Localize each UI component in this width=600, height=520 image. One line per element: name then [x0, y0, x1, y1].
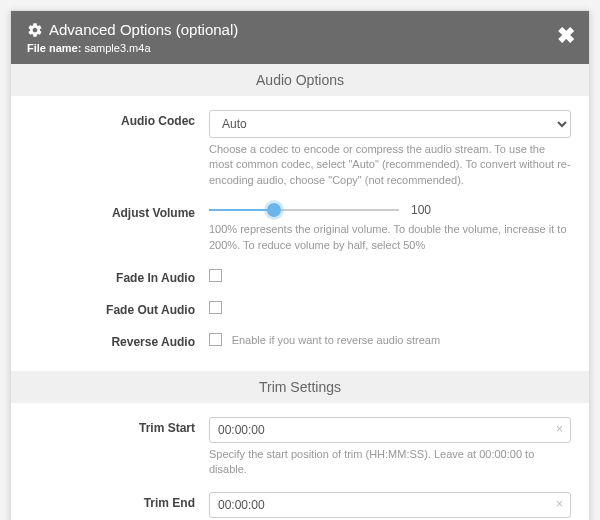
volume-slider[interactable] — [209, 202, 399, 218]
fade-in-checkbox[interactable] — [209, 269, 222, 282]
file-name-value: sample3.m4a — [84, 42, 150, 54]
audio-codec-label: Audio Codec — [29, 110, 209, 188]
volume-value: 100 — [411, 203, 441, 217]
fade-out-checkbox[interactable] — [209, 301, 222, 314]
clear-icon[interactable]: × — [556, 422, 563, 436]
audio-codec-help: Choose a codec to encode or compress the… — [209, 142, 571, 188]
trim-start-label: Trim Start — [29, 417, 209, 478]
file-name-line: File name: sample3.m4a — [27, 42, 573, 54]
volume-help: 100% represents the original volume. To … — [209, 222, 571, 253]
fade-out-label: Fade Out Audio — [29, 299, 209, 317]
reverse-audio-checkbox[interactable] — [209, 333, 222, 346]
trim-settings-heading: Trim Settings — [11, 371, 589, 403]
reverse-audio-label: Reverse Audio — [29, 331, 209, 349]
reverse-audio-help: Enable if you want to reverse audio stre… — [232, 334, 441, 346]
trim-start-help: Specify the start position of trim (HH:M… — [209, 447, 571, 478]
audio-options-heading: Audio Options — [11, 64, 589, 96]
fade-in-label: Fade In Audio — [29, 267, 209, 285]
modal-header: Advanced Options (optional) File name: s… — [11, 11, 589, 64]
clear-icon[interactable]: × — [556, 497, 563, 511]
trim-settings-section: Trim Start × Specify the start position … — [11, 403, 589, 520]
trim-start-input[interactable] — [209, 417, 571, 443]
adjust-volume-label: Adjust Volume — [29, 202, 209, 253]
modal-title: Advanced Options (optional) — [49, 21, 238, 38]
slider-thumb[interactable] — [267, 203, 281, 217]
trim-end-label: Trim End — [29, 492, 209, 520]
advanced-options-modal: Advanced Options (optional) File name: s… — [10, 10, 590, 520]
gear-icon — [27, 22, 43, 38]
file-name-label: File name: — [27, 42, 81, 54]
close-icon[interactable]: ✖ — [557, 25, 575, 47]
audio-options-section: Audio Codec Auto Choose a codec to encod… — [11, 96, 589, 371]
audio-codec-select[interactable]: Auto — [209, 110, 571, 138]
trim-end-input[interactable] — [209, 492, 571, 518]
